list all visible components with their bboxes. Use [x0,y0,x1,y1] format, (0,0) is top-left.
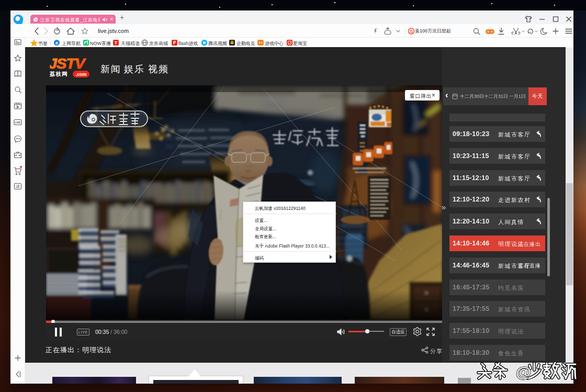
svg-text:译: 译 [16,184,20,189]
svg-text:S: S [410,29,413,34]
svg-text:@: @ [516,363,531,380]
svg-text:.com: .com [75,72,86,77]
svg-text:JSTV: JSTV [50,56,86,72]
svg-text:LIVE: LIVE [15,121,20,124]
svg-text:T: T [115,40,118,46]
svg-text:e: e [55,40,58,46]
svg-text:荔枝网: 荔枝网 [50,71,68,77]
